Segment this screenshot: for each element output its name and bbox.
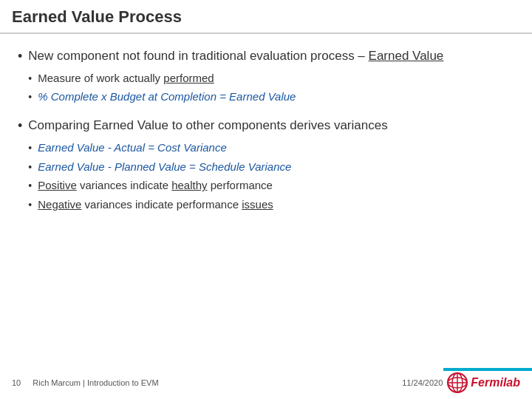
- footer-date: 11/24/2020: [402, 378, 443, 387]
- footer-left: 10 Rich Marcum | Introduction to EVM: [12, 378, 159, 387]
- sub-text-2b: Earned Value - Planned Value = Schedule …: [38, 159, 291, 175]
- sub-dot-2b: •: [28, 161, 32, 173]
- bullet-1-text: New component not found in traditional e…: [28, 49, 443, 63]
- sub-text-2d: Negative variances indicate performance …: [38, 197, 273, 213]
- slide-content: • New component not found in traditional…: [0, 34, 532, 399]
- sub-bullets-1: • Measure of work actually performed • %…: [28, 70, 514, 106]
- bullet-2-content: Comparing Earned Value to other componen…: [28, 117, 514, 213]
- sub-text-1b: % Complete x Budget at Completion = Earn…: [38, 89, 296, 105]
- fermilab-label: Fermilab: [471, 376, 520, 389]
- sub-dot-2d: •: [28, 199, 32, 211]
- fermilab-logo: Fermilab: [447, 372, 520, 393]
- slide-title: Earned Value Process: [12, 7, 520, 27]
- sub-bullets-2: • Earned Value - Actual = Cost Variance …: [28, 140, 514, 213]
- sub-bullet-1b: • % Complete x Budget at Completion = Ea…: [28, 89, 514, 105]
- bullet-1-content: New component not found in traditional e…: [28, 47, 514, 105]
- sub-bullet-2c: • Positive variances indicate healthy pe…: [28, 177, 514, 194]
- slide: Earned Value Process • New component not…: [0, 0, 532, 399]
- bullet-1-underline: Earned Value: [369, 49, 444, 63]
- sub-bullet-1a: • Measure of work actually performed: [28, 70, 514, 86]
- slide-header: Earned Value Process: [0, 0, 532, 34]
- sub-dot-2a: •: [28, 142, 32, 154]
- sub-dot-1b: •: [28, 91, 32, 103]
- slide-footer: 10 Rich Marcum | Introduction to EVM 11/…: [0, 368, 532, 399]
- bullet-1: • New component not found in traditional…: [18, 47, 514, 105]
- sub-text-2c: Positive variances indicate healthy perf…: [38, 177, 273, 194]
- bullet-2-text: Comparing Earned Value to other componen…: [28, 118, 387, 132]
- bullet-2: • Comparing Earned Value to other compon…: [18, 117, 514, 213]
- bullet-dot-1: •: [18, 49, 22, 64]
- fermilab-icon: [447, 372, 468, 393]
- sub-text-1a: Measure of work actually performed: [38, 70, 214, 86]
- sub-bullet-2a: • Earned Value - Actual = Cost Variance: [28, 140, 514, 156]
- footer-right: 11/24/2020 Fermilab: [402, 372, 520, 393]
- footer-author: Rich Marcum | Introduction to EVM: [33, 378, 158, 387]
- sub-bullet-2d: • Negative variances indicate performanc…: [28, 197, 514, 213]
- bullet-dot-2: •: [18, 118, 22, 134]
- sub-text-2a: Earned Value - Actual = Cost Variance: [38, 140, 227, 156]
- sub-dot-2c: •: [28, 180, 32, 191]
- sub-dot-1a: •: [28, 72, 32, 84]
- sub-bullet-2b: • Earned Value - Planned Value = Schedul…: [28, 159, 514, 175]
- footer-page-number: 10: [12, 378, 21, 387]
